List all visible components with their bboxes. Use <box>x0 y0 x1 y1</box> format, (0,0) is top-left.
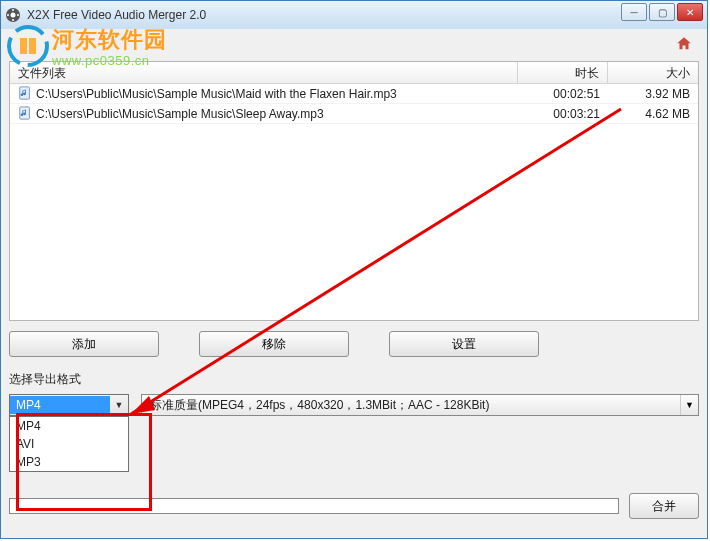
close-button[interactable]: ✕ <box>677 3 703 21</box>
svg-point-4 <box>12 9 14 11</box>
cell-file: C:\Users\Public\Music\Sample Music\Maid … <box>10 86 518 101</box>
svg-point-1 <box>11 13 16 18</box>
maximize-button[interactable]: ▢ <box>649 3 675 21</box>
merge-button[interactable]: 合并 <box>629 493 699 519</box>
bottom-row: 合并 <box>9 493 699 519</box>
format-option[interactable]: MP3 <box>10 453 128 471</box>
cell-duration: 00:03:21 <box>518 107 608 121</box>
select-format-label: 选择导出格式 <box>9 371 699 388</box>
toolbar-row <box>9 35 699 55</box>
format-option[interactable]: MP4 <box>10 417 128 435</box>
titlebar[interactable]: X2X Free Video Audio Merger 2.0 ─ ▢ ✕ <box>1 1 707 29</box>
window-controls: ─ ▢ ✕ <box>621 3 703 21</box>
content-area: 文件列表 时长 大小 C:\Users\Public\Music\Sample … <box>1 29 707 538</box>
window-title: X2X Free Video Audio Merger 2.0 <box>27 8 206 22</box>
chevron-down-icon: ▼ <box>680 395 698 415</box>
action-buttons-row: 添加 移除 设置 <box>9 327 699 363</box>
music-file-icon <box>18 106 32 120</box>
col-header-size: 大小 <box>608 62 698 83</box>
music-file-icon <box>18 86 32 100</box>
chevron-down-icon: ▼ <box>110 400 128 410</box>
table-row[interactable]: C:\Users\Public\Music\Sample Music\Sleep… <box>10 104 698 124</box>
svg-point-2 <box>7 14 9 16</box>
table-row[interactable]: C:\Users\Public\Music\Sample Music\Maid … <box>10 84 698 104</box>
add-button[interactable]: 添加 <box>9 331 159 357</box>
quality-combo[interactable]: 标准质量(MPEG4，24fps，480x320，1.3MBit；AAC - 1… <box>141 394 699 416</box>
home-icon[interactable] <box>675 35 693 53</box>
table-header: 文件列表 时长 大小 <box>10 62 698 84</box>
cell-duration: 00:02:51 <box>518 87 608 101</box>
file-list-table: 文件列表 时长 大小 C:\Users\Public\Music\Sample … <box>9 61 699 321</box>
col-header-file: 文件列表 <box>10 62 518 83</box>
minimize-button[interactable]: ─ <box>621 3 647 21</box>
svg-point-5 <box>12 19 14 21</box>
quality-text: 标准质量(MPEG4，24fps，480x320，1.3MBit；AAC - 1… <box>142 397 680 414</box>
settings-button[interactable]: 设置 <box>389 331 539 357</box>
cell-size: 3.92 MB <box>608 87 698 101</box>
format-selected: MP4 <box>10 396 110 414</box>
format-option[interactable]: AVI <box>10 435 128 453</box>
app-icon <box>5 7 21 23</box>
cell-size: 4.62 MB <box>608 107 698 121</box>
remove-button[interactable]: 移除 <box>199 331 349 357</box>
file-path: C:\Users\Public\Music\Sample Music\Maid … <box>36 87 397 101</box>
cell-file: C:\Users\Public\Music\Sample Music\Sleep… <box>10 106 518 121</box>
format-row: MP4 ▼ MP4 AVI MP3 标准质量(MPEG4，24fps，480x3… <box>9 394 699 416</box>
progress-bar <box>9 498 619 514</box>
file-path: C:\Users\Public\Music\Sample Music\Sleep… <box>36 107 324 121</box>
table-body: C:\Users\Public\Music\Sample Music\Maid … <box>10 84 698 320</box>
col-header-duration: 时长 <box>518 62 608 83</box>
svg-point-3 <box>17 14 19 16</box>
app-window: X2X Free Video Audio Merger 2.0 ─ ▢ ✕ 文件… <box>0 0 708 539</box>
format-combo[interactable]: MP4 ▼ MP4 AVI MP3 <box>9 394 129 416</box>
format-dropdown: MP4 AVI MP3 <box>9 416 129 472</box>
